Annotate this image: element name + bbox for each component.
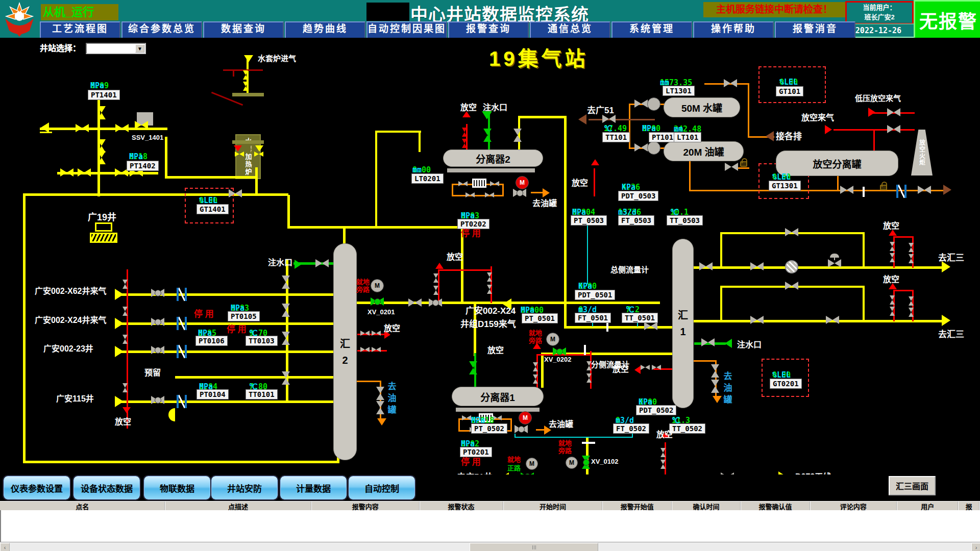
instrument-tag[interactable]: FT_0502 [613, 423, 649, 434]
valve[interactable] [644, 322, 657, 330]
valve[interactable] [725, 163, 738, 171]
valve[interactable] [376, 401, 384, 414]
valve[interactable] [97, 151, 106, 164]
instrument-tag[interactable]: LT101 [674, 132, 701, 142]
valve[interactable] [553, 347, 566, 356]
valve[interactable] [282, 332, 290, 345]
footer-button-4[interactable]: 计量数据 [280, 476, 347, 499]
valve[interactable] [487, 272, 492, 282]
valve[interactable] [483, 129, 492, 142]
menu-button-0[interactable]: 工艺流程图 [40, 21, 120, 39]
footer-button-2[interactable]: 物联数据 [144, 476, 210, 499]
valve[interactable] [485, 192, 494, 197]
valve[interactable] [243, 70, 248, 80]
valve[interactable] [122, 280, 128, 289]
valve[interactable] [828, 259, 841, 267]
menu-button-6[interactable]: 通信总览 [530, 21, 610, 39]
instrument-tag[interactable]: PT1401 [88, 90, 120, 100]
valve[interactable] [641, 365, 650, 370]
hui3-screen-button[interactable]: 汇三画面 [889, 476, 936, 495]
instrument-tag[interactable]: PT1402 [127, 161, 159, 171]
instrument-tag[interactable]: PT_0503 [571, 215, 607, 226]
no-alarm-indicator[interactable]: 无报警 [914, 0, 980, 40]
valve[interactable] [533, 374, 538, 384]
menu-button-4[interactable]: 自动控制因果图 [366, 21, 447, 39]
valve[interactable] [513, 189, 526, 197]
valve[interactable] [282, 371, 290, 385]
menu-button-5[interactable]: 报警查询 [448, 21, 529, 39]
valve[interactable] [750, 262, 764, 270]
alarm-table-body[interactable] [0, 510, 980, 542]
instrument-tag[interactable]: TT101 [602, 132, 630, 142]
valve[interactable] [918, 186, 931, 194]
valve[interactable] [602, 115, 616, 123]
footer-button-1[interactable]: 设备状态数据 [74, 476, 140, 499]
menu-button-7[interactable]: 系统管理 [611, 21, 692, 39]
valve[interactable] [840, 186, 853, 194]
valve[interactable] [887, 108, 900, 116]
table-header-4[interactable]: 开始时间 [504, 502, 603, 511]
valve[interactable] [151, 346, 164, 354]
instrument-tag[interactable]: GT1301 [769, 181, 801, 191]
instrument-tag[interactable]: PDT_0503 [618, 191, 658, 201]
instrument-tag[interactable]: FT_0503 [618, 215, 654, 226]
valve[interactable] [254, 152, 263, 157]
instrument-tag[interactable]: PDT_0501 [575, 290, 615, 300]
valve[interactable] [890, 295, 895, 305]
valve[interactable] [122, 307, 128, 316]
valve[interactable] [711, 380, 719, 393]
valve[interactable] [429, 298, 442, 307]
instrument-tag[interactable]: LT0201 [411, 173, 444, 184]
valve[interactable] [151, 318, 164, 326]
valve[interactable] [634, 99, 648, 108]
instrument-tag[interactable]: PT_0502 [471, 423, 507, 434]
valve[interactable] [487, 285, 492, 294]
menu-button-9[interactable]: 报警消音 [775, 21, 855, 39]
table-header-3[interactable]: 报警状态 [420, 502, 504, 511]
footer-button-0[interactable]: 仪表参数设置 [4, 476, 70, 499]
valve[interactable] [826, 316, 839, 324]
valve[interactable] [513, 129, 522, 142]
valve[interactable] [514, 425, 528, 433]
instrument-tag[interactable]: GT0201 [770, 379, 802, 389]
valve[interactable] [235, 152, 244, 157]
instrument-tag[interactable]: PT_0501 [522, 313, 558, 323]
valve[interactable] [533, 362, 538, 371]
valve[interactable] [490, 181, 499, 186]
valve[interactable] [372, 331, 381, 336]
valve[interactable] [582, 456, 590, 469]
menu-button-8[interactable]: 操作帮助 [693, 21, 774, 39]
instrument-tag[interactable]: PT101 [649, 132, 676, 142]
table-header-0[interactable]: 点名 [0, 502, 165, 511]
instrument-tag[interactable]: PDT_0502 [636, 405, 676, 415]
valve[interactable] [122, 335, 128, 344]
instrument-tag[interactable]: PT0201 [460, 447, 492, 457]
valve[interactable] [465, 192, 475, 197]
instrument-tag[interactable]: PT0202 [457, 219, 489, 229]
valve[interactable] [909, 254, 914, 263]
instrument-tag[interactable]: GT101 [776, 86, 803, 96]
instrument-tag[interactable]: TT_0501 [622, 313, 658, 323]
chevron-down-icon[interactable]: ▼ [135, 44, 144, 53]
valve[interactable] [462, 128, 467, 137]
instrument-tag[interactable]: TT_0502 [669, 423, 705, 434]
scroll-left-button[interactable]: ‹ [0, 543, 10, 551]
instrument-tag[interactable]: GT1401 [197, 204, 229, 214]
table-header-10[interactable]: 报 [959, 502, 980, 511]
valve[interactable] [586, 373, 592, 383]
table-header-8[interactable]: 评论内容 [811, 502, 897, 511]
valve[interactable] [785, 228, 798, 236]
menu-button-1[interactable]: 综合参数总览 [121, 21, 202, 39]
valve[interactable] [634, 143, 648, 152]
valve[interactable] [376, 387, 384, 400]
valve[interactable] [462, 415, 471, 420]
valve[interactable] [360, 331, 370, 336]
valve[interactable] [462, 139, 467, 148]
horizontal-scrollbar[interactable]: ‹ › [0, 542, 980, 551]
valve[interactable] [122, 383, 128, 392]
scrollbar-thumb[interactable] [470, 543, 598, 551]
valve[interactable] [315, 259, 329, 267]
valve[interactable] [785, 282, 798, 290]
valve[interactable] [909, 243, 914, 252]
valve[interactable] [433, 273, 438, 283]
